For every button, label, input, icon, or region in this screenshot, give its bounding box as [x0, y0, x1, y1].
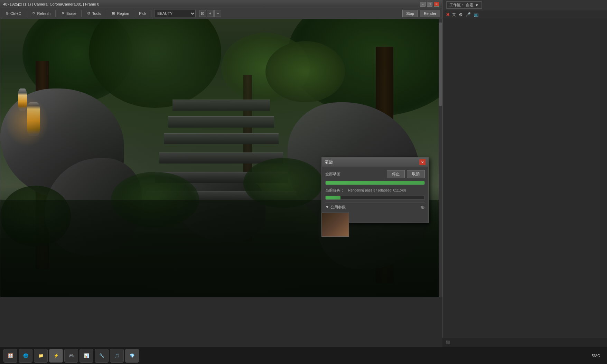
zoom-in-button[interactable]: +	[207, 10, 214, 17]
zoom-controls: ⊡ + −	[199, 10, 221, 17]
app3-button[interactable]: 📊	[80, 349, 93, 363]
pick-button[interactable]: Pick	[137, 9, 148, 18]
overall-progress-fill	[326, 181, 424, 185]
current-task-row: 当前任务： Rendering pass 37 (elapsed: 0:21:4…	[325, 188, 425, 193]
render-title-bar: 48×1925px (1:1) | Camera: CoronaCamera00…	[0, 0, 442, 8]
task-label: 当前任务：	[325, 188, 346, 193]
task-progress-bar	[325, 196, 425, 200]
mic-icon[interactable]: 🎤	[466, 12, 471, 17]
render-window: 48×1925px (1:1) | Camera: CoronaCamera00…	[0, 0, 442, 297]
region-icon: ⊞	[111, 11, 116, 16]
toolbar: ⊕ Ctrl+C ↻ Refresh ✕ Erase ⚙ Tools ⊞ Reg…	[0, 8, 442, 19]
taskbar: 🪟 🌐 📁 ⚡ 🎮 📊 🔧 🎵 💎 56°C	[0, 347, 607, 364]
minimize-button[interactable]: −	[420, 2, 426, 7]
render-thumbnail	[321, 213, 349, 237]
separator-5	[134, 10, 134, 17]
dialog-close-button[interactable]: ✕	[419, 159, 426, 165]
refresh-icon: ↻	[31, 11, 36, 16]
separator-3	[81, 10, 82, 17]
dropdown-arrow-icon: ▼	[475, 3, 479, 7]
scrollbar-thumb	[439, 22, 442, 106]
settings-icon[interactable]: ⚙	[459, 12, 463, 17]
status-bar: ⬛	[442, 338, 607, 347]
channel-select[interactable]: BEAUTY	[154, 10, 196, 17]
animation-row: 全部动画 停止 取消	[325, 170, 425, 178]
workspace-label: 工作区：	[449, 2, 465, 8]
right-panel-header: 工作区： 自定 ▼	[443, 0, 607, 10]
task-progress-row	[325, 196, 425, 200]
erase-icon: ✕	[60, 11, 65, 16]
close-button[interactable]: ✕	[434, 2, 439, 7]
zoom-out-button[interactable]: −	[214, 10, 221, 17]
animation-label: 全部动画	[325, 171, 346, 177]
status-text: ⬛	[446, 340, 450, 344]
separator-2	[55, 10, 56, 17]
window-controls: − □ ✕	[420, 2, 439, 7]
dialog-title-bar: 渲染 ✕	[322, 158, 428, 167]
erase-button[interactable]: ✕ Erase	[58, 9, 78, 18]
system-area: 56°C	[588, 354, 604, 358]
input-method-icon[interactable]: 英	[452, 12, 456, 17]
start-button[interactable]: 🪟	[3, 349, 17, 363]
workspace-dropdown[interactable]: 工作区： 自定 ▼	[446, 1, 482, 9]
region-button[interactable]: ⊞ Region	[109, 9, 131, 18]
render-button[interactable]: Render	[420, 10, 440, 17]
separator-4	[106, 10, 106, 17]
files-button[interactable]: 📁	[34, 349, 48, 363]
stop-button[interactable]: Stop	[402, 10, 418, 17]
public-params-header[interactable]: ▼ 公用参数 ⊕	[325, 203, 425, 211]
screen-icon[interactable]: 📺	[474, 12, 479, 17]
overall-progress-bar	[325, 181, 425, 185]
task-status: Rendering pass 37 (elapsed: 0:21:48)	[348, 188, 425, 192]
render-scrollbar[interactable]	[439, 19, 442, 297]
system-tray-row: S 英 ⚙ 🎤 📺	[443, 10, 607, 19]
ctrl-c-button[interactable]: ⊕ Ctrl+C	[2, 9, 23, 18]
tools-icon: ⚙	[86, 11, 91, 16]
workspace-value: 自定	[466, 2, 474, 8]
zoom-fit-button[interactable]: ⊡	[199, 10, 206, 17]
corona-logo: S	[446, 12, 449, 17]
separator-1	[26, 10, 26, 17]
cancel-anim-button[interactable]: 取消	[407, 170, 425, 178]
app4-button[interactable]: 🔧	[95, 349, 109, 363]
dialog-title: 渲染	[325, 159, 333, 165]
app6-button[interactable]: 💎	[125, 349, 139, 363]
stop-anim-button[interactable]: 停止	[387, 170, 405, 178]
section-label: 公用参数	[330, 205, 346, 210]
task-progress-fill	[326, 196, 340, 199]
tools-button[interactable]: ⚙ Tools	[84, 9, 103, 18]
render-title: 48×1925px (1:1) | Camera: CoronaCamera00…	[3, 2, 420, 6]
app5-button[interactable]: 🎵	[110, 349, 124, 363]
app1-button[interactable]: ⚡	[49, 349, 63, 363]
temperature-display: 56°C	[591, 354, 600, 358]
maximize-button[interactable]: □	[427, 2, 432, 7]
app2-button[interactable]: 🎮	[64, 349, 78, 363]
browser-button[interactable]: 🌐	[19, 349, 32, 363]
section-arrow-icon: ▼	[325, 205, 329, 209]
overall-progress-row	[325, 181, 425, 185]
ctrl-c-icon: ⊕	[4, 11, 9, 16]
right-panel: 工作区： 自定 ▼ S 英 ⚙ 🎤 📺 95 100 选定对象 长键点过滤器 ⬛	[442, 0, 607, 364]
refresh-button[interactable]: ↻ Refresh	[29, 9, 53, 18]
separator-6	[151, 10, 151, 17]
